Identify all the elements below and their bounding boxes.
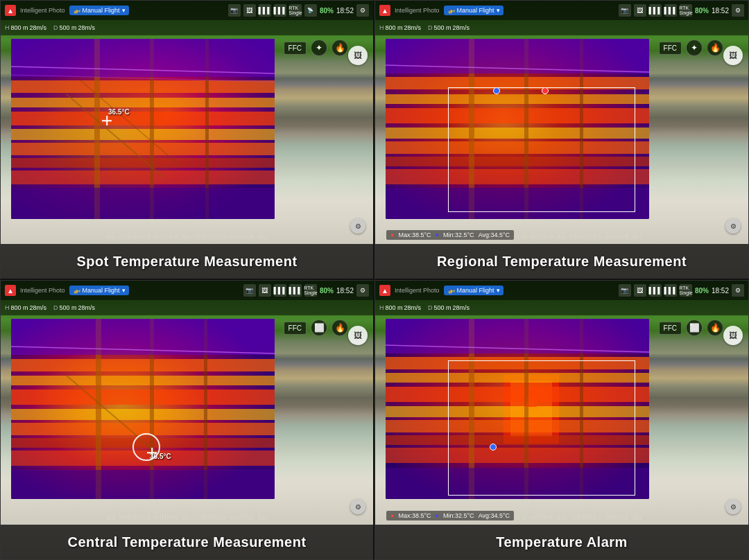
svg-rect-9	[11, 170, 275, 184]
photo-icon-2[interactable]: 🖼	[634, 4, 646, 17]
gallery-btn-alarm[interactable]: 🖼	[723, 326, 743, 345]
max-temp-regional: Max:38.5°C	[398, 231, 431, 238]
ui-bar-central: ▲ Intelligent Photo 🚁 Manual Flight ▾ 📷 …	[1, 281, 373, 300]
battery-label-regional: 80%	[695, 7, 709, 15]
caption-text-alarm: Temperature Alarm	[496, 534, 628, 550]
gallery-btn-central[interactable]: 🖼	[348, 326, 368, 345]
distance-val-regional: 500 m	[434, 24, 451, 31]
max-circle-regional: ●	[390, 231, 394, 238]
flame-icon-regional[interactable]: 🔥	[707, 40, 723, 56]
svg-rect-13	[11, 39, 275, 77]
signal-icon-5: ▌▌▌	[274, 284, 286, 297]
flame-icon-spot[interactable]: 🔥	[332, 40, 348, 56]
rtk-icon-4: RTKSingle	[680, 284, 692, 297]
min-temp-regional: Min:32.5°C	[443, 231, 474, 238]
photo-icon-1[interactable]: 🖼	[243, 4, 256, 17]
svg-rect-4	[11, 98, 275, 107]
settings-icon-2[interactable]: ⚙	[732, 4, 744, 17]
flame-icon-alarm[interactable]: 🔥	[707, 320, 723, 336]
ffc-badge-spot[interactable]: FFC	[284, 42, 307, 55]
ffc-area-alarm: FFC ⬜ 🔥	[659, 320, 723, 336]
settings-icon-3[interactable]: ⚙	[356, 284, 369, 297]
altitude-val-spot: 800 m	[11, 24, 28, 31]
svg-rect-7	[11, 143, 275, 155]
mode-badge-spot: 🚁 Manual Flight ▾	[69, 6, 129, 15]
camera-icon-3[interactable]: 📷	[243, 284, 256, 297]
settings-icon-1[interactable]: ⚙	[356, 4, 369, 17]
distance-val-central: 500 m	[60, 304, 77, 311]
region-icon-alarm[interactable]: ⬜	[686, 320, 703, 336]
dropdown-icon-spot: ▾	[122, 7, 126, 14]
camera-icon-4[interactable]: 📷	[619, 284, 631, 297]
mode-icon-spot: 🚁	[73, 7, 80, 14]
mode-icon-central: 🚁	[73, 287, 80, 294]
mode-label-spot: Manual Flight	[83, 7, 120, 14]
battery-label-alarm: 80%	[695, 287, 709, 295]
temp-readout-alarm: ● Max:38.5°C ● Min:32.5°C Avg:34.5°C	[386, 511, 514, 520]
ffc-area-regional: FFC ✦ 🔥	[659, 40, 723, 56]
caption-text-central: Central Temperature Measurement	[67, 534, 306, 550]
photo-icon-4[interactable]: 🖼	[634, 284, 646, 297]
altitude-stat-spot: H 800 m 28m/s	[5, 24, 46, 31]
cell-spot: 36.5°C ▲ Intelligent Photo 🚁 Manual Flig…	[0, 0, 374, 280]
min-circle-alarm: ●	[436, 512, 439, 519]
signal-icon-2: ▌▌▌	[274, 4, 286, 17]
star-icon-regional[interactable]: ✦	[686, 40, 703, 56]
mode-badge-regional: 🚁 Manual Flight ▾	[444, 6, 503, 15]
region-icon-central[interactable]: ⬜	[311, 320, 327, 336]
signal-icon-3: ▌▌▌	[649, 4, 662, 17]
settings-btn-regional[interactable]: ⚙	[725, 218, 741, 234]
caption-bar-regional: Regional Temperature Measurement	[375, 244, 748, 279]
altitude-val-central: 800 m	[11, 304, 28, 311]
gallery-btn-spot[interactable]: 🖼	[348, 46, 368, 65]
flame-icon-central[interactable]: 🔥	[332, 320, 348, 336]
settings-btn-central[interactable]: ⚙	[350, 499, 365, 514]
stats-bar-alarm: H 800 m 28m/s D 500 m 28m/s	[375, 300, 748, 315]
center-circle-central	[132, 433, 160, 461]
star-icon-spot[interactable]: ✦	[311, 40, 327, 56]
gallery-btn-regional[interactable]: 🖼	[723, 46, 743, 65]
svg-rect-38	[11, 390, 275, 405]
altitude-val-alarm: 800 m	[386, 304, 403, 311]
max-temp-alarm: Max:38.5°C	[398, 512, 431, 519]
settings-icon-4[interactable]: ⚙	[732, 284, 744, 297]
distance-stat-central: D 500 m 28m/s	[53, 304, 95, 311]
top-icons-central: 📷 🖼 ▌▌▌ ▌▌▌ RTKSingle 80% 18:52 ⚙	[243, 284, 369, 297]
avg-temp-alarm: Avg:34.5°C	[479, 512, 510, 519]
signal-icon-4: ▌▌▌	[664, 4, 677, 17]
photo-icon-3[interactable]: 🖼	[259, 284, 271, 297]
dji-logo: ▲	[5, 5, 16, 16]
ui-bar-spot: ▲ Intelligent Photo 🚁 Manual Flight ▾ 📷 …	[1, 1, 373, 20]
caption-bar-spot: Spot Temperature Measurement	[1, 244, 373, 279]
cell-regional: ▲ Intelligent Photo 🚁 Manual Flight ▾ 📷 …	[374, 0, 749, 280]
ffc-badge-regional[interactable]: FFC	[659, 42, 682, 55]
main-grid: 36.5°C ▲ Intelligent Photo 🚁 Manual Flig…	[0, 0, 749, 560]
ffc-badge-alarm[interactable]: FFC	[659, 322, 682, 335]
max-dot-regional	[542, 87, 549, 94]
camera-icon-2[interactable]: 📷	[619, 4, 631, 17]
svg-rect-14	[11, 188, 275, 219]
d-speed-val-central: 28m/s	[78, 304, 96, 311]
stats-bar-spot: H 800 m 28m/s D 500 m 28m/s	[1, 20, 373, 35]
h-speed-val-central: 28m/s	[30, 304, 47, 311]
min-dot-alarm	[490, 444, 497, 450]
settings-btn-spot[interactable]: ⚙	[350, 218, 365, 234]
ui-bar-regional: ▲ Intelligent Photo 🚁 Manual Flight ▾ 📷 …	[375, 1, 748, 20]
svg-rect-37	[11, 376, 275, 385]
intel-photo-label: Intelligent Photo	[20, 7, 65, 14]
camera-icon-1[interactable]: 📷	[228, 4, 241, 17]
alarm-warning-icon: ⚠	[525, 394, 537, 410]
d-speed-val-regional: 28m/s	[453, 24, 470, 31]
distance-stat-regional: D 500 m 28m/s	[428, 24, 470, 31]
mode-badge-central: 🚁 Manual Flight ▾	[69, 286, 129, 295]
right-controls-spot: 🖼 ⚙	[348, 39, 368, 240]
thermal-image-spot	[11, 39, 275, 219]
stats-bar-regional: H 800 m 28m/s D 500 m 28m/s	[375, 20, 748, 35]
mode-icon-alarm: 🚁	[447, 287, 455, 294]
dji-logo-4: ▲	[379, 285, 390, 296]
mode-icon-regional: 🚁	[447, 7, 455, 14]
ffc-badge-central[interactable]: FFC	[284, 322, 307, 335]
right-controls-central: 🖼 ⚙	[348, 319, 368, 521]
caption-text-spot: Spot Temperature Measurement	[76, 254, 297, 270]
settings-btn-alarm[interactable]: ⚙	[725, 499, 741, 514]
